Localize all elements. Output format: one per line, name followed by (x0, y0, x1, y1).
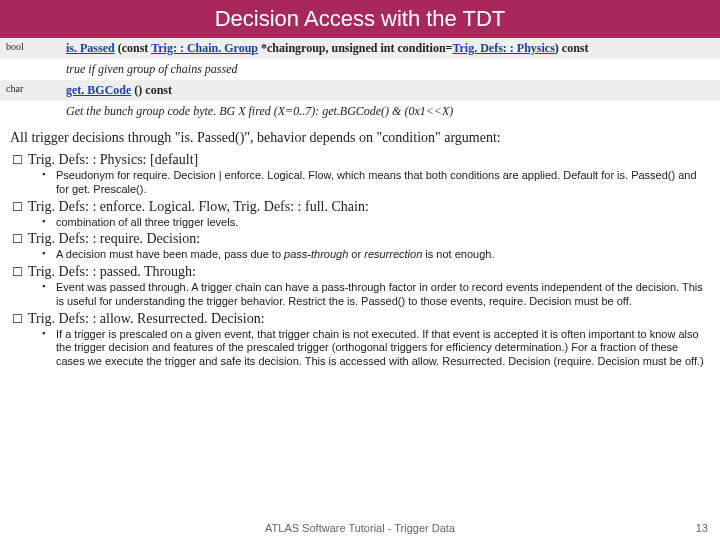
definition-detail: combination of all three trigger levels. (56, 216, 706, 230)
definition-detail: Event was passed through. A trigger chai… (56, 281, 706, 309)
function-signature: get. BGCode () const (60, 80, 720, 101)
definition-detail: If a trigger is prescaled on a given eve… (56, 328, 706, 369)
footer-text: ATLAS Software Tutorial - Trigger Data (0, 522, 720, 534)
definition-title: Trig. Defs: : allow. Resurrected. Decisi… (28, 311, 706, 327)
definition-detail: Pseudonym for require. Decision | enforc… (56, 169, 706, 197)
page-number: 13 (696, 522, 708, 534)
return-type: bool (0, 38, 60, 59)
api-link[interactable]: get. BGCode (66, 83, 131, 97)
definition-title: Trig. Defs: : passed. Through: (28, 264, 706, 280)
slide-title: Decision Access with the TDT (0, 0, 720, 38)
function-description: Get the bunch group code byte. BG X fire… (60, 101, 720, 122)
return-type: char (0, 80, 60, 101)
definition-item: Trig. Defs: : allow. Resurrected. Decisi… (28, 311, 706, 369)
function-signature: is. Passed (const Trig: : Chain. Group *… (60, 38, 720, 59)
api-link[interactable]: Trig. Defs: : Physics (452, 41, 554, 55)
api-table: boolis. Passed (const Trig: : Chain. Gro… (0, 38, 720, 122)
definition-title: Trig. Defs: : Physics: [default] (28, 152, 706, 168)
api-link[interactable]: is. Passed (66, 41, 115, 55)
definition-item: Trig. Defs: : passed. Through:Event was … (28, 264, 706, 309)
intro-text: All trigger decisions through "is. Passe… (10, 130, 710, 146)
definitions-list: Trig. Defs: : Physics: [default]Pseudony… (14, 152, 706, 369)
definition-item: Trig. Defs: : Physics: [default]Pseudony… (28, 152, 706, 197)
definition-detail: A decision must have been made, pass due… (56, 248, 706, 262)
api-link[interactable]: Trig: : Chain. Group (151, 41, 258, 55)
definition-item: Trig. Defs: : require. Decision:A decisi… (28, 231, 706, 262)
definition-title: Trig. Defs: : require. Decision: (28, 231, 706, 247)
definition-title: Trig. Defs: : enforce. Logical. Flow, Tr… (28, 199, 706, 215)
definition-item: Trig. Defs: : enforce. Logical. Flow, Tr… (28, 199, 706, 230)
function-description: true if given group of chains passed (60, 59, 720, 80)
